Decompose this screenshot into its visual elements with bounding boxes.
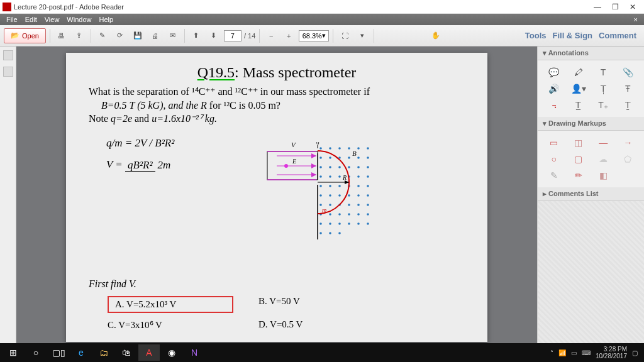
svg-text:m: m bbox=[322, 207, 326, 214]
doc-close-icon[interactable]: × bbox=[630, 16, 641, 23]
page-down-icon[interactable]: ⬇ bbox=[206, 28, 221, 43]
svg-point-31 bbox=[329, 194, 331, 197]
replace-icon[interactable]: Ŧ bbox=[618, 83, 638, 94]
svg-point-39 bbox=[348, 204, 350, 206]
maximize-button[interactable]: ❐ bbox=[606, 1, 624, 13]
svg-point-14 bbox=[338, 166, 341, 168]
pencil2-icon[interactable]: ✏ bbox=[569, 170, 588, 181]
svg-point-22 bbox=[357, 175, 360, 178]
notifications-icon[interactable]: ▢ bbox=[632, 349, 638, 356]
highlight-icon[interactable]: 🖍 bbox=[569, 67, 588, 78]
hand-icon[interactable]: ✋ bbox=[428, 28, 443, 43]
svg-point-44 bbox=[338, 213, 341, 216]
minimize-button[interactable]: — bbox=[589, 1, 606, 13]
underline-icon[interactable]: T̲ bbox=[569, 99, 588, 111]
callout-icon[interactable]: ◫ bbox=[569, 137, 588, 148]
edge-icon[interactable]: e bbox=[70, 344, 92, 361]
attachments-icon[interactable] bbox=[3, 67, 13, 77]
answer-b: B. V=50 V bbox=[258, 296, 359, 313]
store-icon[interactable]: 🛍 bbox=[116, 344, 137, 361]
sign-icon[interactable]: ✎ bbox=[95, 28, 110, 43]
menu-window[interactable]: Window bbox=[63, 16, 95, 23]
thumbnails-icon[interactable] bbox=[3, 50, 13, 60]
svg-point-19 bbox=[329, 175, 331, 178]
zoom-in-icon[interactable]: + bbox=[281, 28, 296, 43]
menu-file[interactable]: File bbox=[3, 16, 21, 23]
strikethrough-icon[interactable]: ꓾ bbox=[544, 99, 564, 111]
zoom-out-icon[interactable]: − bbox=[264, 28, 279, 43]
svg-point-2 bbox=[338, 147, 341, 150]
pencil-icon[interactable]: ✎ bbox=[544, 170, 564, 181]
wifi-icon[interactable]: 📶 bbox=[558, 349, 566, 356]
app-icon bbox=[3, 3, 11, 11]
clock[interactable]: 3:28 PM 10/28/2017 bbox=[596, 346, 627, 359]
adobe-icon[interactable]: A bbox=[138, 344, 160, 361]
attach-icon[interactable]: 📎 bbox=[618, 67, 638, 78]
line-icon[interactable]: — bbox=[594, 137, 613, 148]
svg-point-30 bbox=[319, 194, 322, 197]
close-button[interactable]: ✕ bbox=[624, 1, 641, 13]
tools-tab[interactable]: Tools bbox=[525, 31, 547, 40]
polygon-icon[interactable]: ⬠ bbox=[618, 153, 638, 165]
svg-point-15 bbox=[348, 166, 350, 168]
svg-point-26 bbox=[338, 185, 341, 187]
save-icon[interactable]: 💾 bbox=[130, 28, 145, 43]
oval-icon[interactable]: ○ bbox=[544, 153, 564, 165]
sticky-note-icon[interactable]: 💬 bbox=[544, 67, 564, 78]
rect-icon[interactable]: ▢ bbox=[569, 153, 588, 165]
chrome-icon[interactable]: ◉ bbox=[161, 344, 182, 361]
svg-point-40 bbox=[357, 204, 360, 206]
tray-up-icon[interactable]: ˄ bbox=[550, 349, 553, 356]
eraser-icon[interactable]: ◧ bbox=[594, 170, 613, 181]
text-icon[interactable]: T bbox=[594, 67, 613, 78]
menu-edit[interactable]: Edit bbox=[21, 16, 41, 23]
page-number-input[interactable] bbox=[224, 30, 242, 41]
menu-view[interactable]: View bbox=[41, 16, 64, 23]
fullscreen-icon[interactable]: ⛶ bbox=[337, 28, 352, 43]
page-up-icon[interactable]: ⬆ bbox=[189, 28, 204, 43]
system-tray[interactable]: ˄ 📶 ▭ ⌨ 3:28 PM 10/28/2017 ▢ bbox=[550, 346, 641, 359]
print-icon[interactable]: 🖶 bbox=[54, 28, 69, 43]
document-area[interactable]: Q19.5: Mass spectrometer What is the sep… bbox=[16, 47, 537, 343]
arrow-icon[interactable]: → bbox=[618, 137, 638, 148]
svg-point-43 bbox=[329, 213, 331, 216]
fillsign-tab[interactable]: Fill & Sign bbox=[552, 31, 592, 40]
print2-icon[interactable]: 🖨 bbox=[148, 28, 163, 43]
onenote-icon[interactable]: N bbox=[184, 344, 205, 361]
drawing-header[interactable]: ▾ Drawing Markups bbox=[538, 117, 644, 131]
open-button[interactable]: 📂 Open bbox=[4, 28, 46, 43]
keyboard-icon[interactable]: ⌨ bbox=[582, 349, 591, 356]
comments-list-header[interactable]: ▸ Comments List bbox=[538, 187, 644, 201]
cloud-icon[interactable]: ⟳ bbox=[113, 28, 128, 43]
first-find: First find V. bbox=[89, 278, 465, 290]
add-note-icon[interactable]: T₊ bbox=[594, 99, 613, 111]
svg-point-36 bbox=[319, 204, 322, 206]
svg-marker-66 bbox=[311, 153, 316, 158]
read-icon[interactable]: ▾ bbox=[355, 28, 370, 43]
svg-text:0: 0 bbox=[316, 142, 319, 146]
svg-point-69 bbox=[284, 164, 288, 168]
explorer-icon[interactable]: 🗂 bbox=[93, 344, 114, 361]
textbox-icon[interactable]: ▭ bbox=[544, 137, 564, 148]
battery-icon[interactable]: ▭ bbox=[571, 349, 577, 356]
svg-text:R: R bbox=[342, 174, 347, 181]
taskview-icon[interactable]: ▢▯ bbox=[48, 344, 69, 361]
stamp-icon[interactable]: 👤▾ bbox=[569, 83, 588, 94]
sound-icon[interactable]: 🔊 bbox=[544, 83, 564, 94]
cortana-icon[interactable]: ○ bbox=[25, 344, 47, 361]
svg-point-50 bbox=[338, 222, 341, 225]
zoom-level[interactable]: 68.3% ▾ bbox=[299, 30, 329, 41]
svg-point-28 bbox=[357, 185, 360, 187]
comment-tab[interactable]: Comment bbox=[599, 31, 636, 40]
mail-icon[interactable]: ✉ bbox=[165, 28, 180, 43]
text-correction-icon[interactable]: Ṯ bbox=[618, 99, 638, 111]
svg-point-7 bbox=[329, 156, 331, 159]
cloud-icon2[interactable]: ☁ bbox=[594, 153, 613, 165]
svg-point-52 bbox=[357, 222, 360, 225]
menu-help[interactable]: Help bbox=[95, 16, 117, 23]
insert-text-icon[interactable]: T̩ bbox=[594, 83, 613, 94]
start-button[interactable]: ⊞ bbox=[3, 344, 24, 361]
annotations-header[interactable]: ▾ Annotations bbox=[538, 47, 644, 60]
export-icon[interactable]: ⇪ bbox=[72, 28, 87, 43]
drawing-tools: ▭ ◫ — → ○ ▢ ☁ ⬠ ✎ ✏ ◧ bbox=[538, 131, 644, 187]
